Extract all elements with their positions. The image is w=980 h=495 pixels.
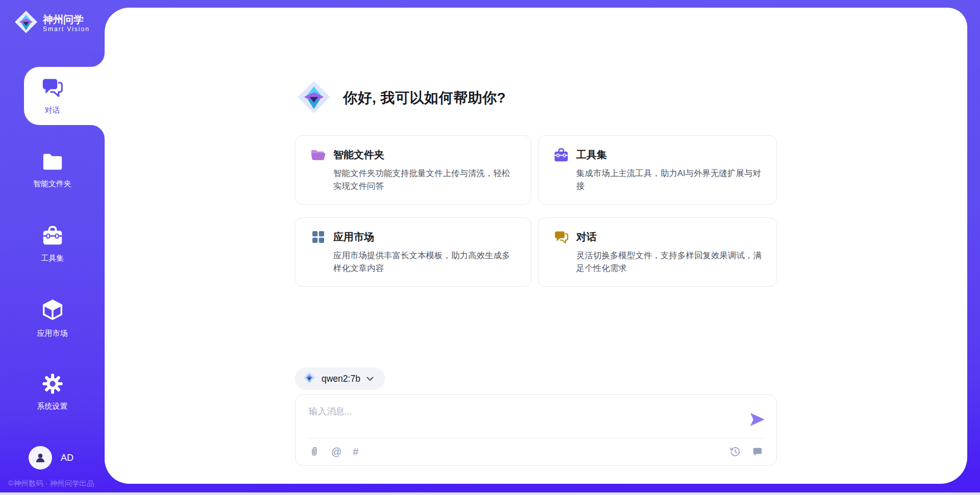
brand-subtitle: Smart Vision — [43, 26, 90, 33]
card-description: 应用市场提供丰富长文本模板，助力高效生成多样化文章内容 — [333, 249, 517, 275]
sidebar: 神州问学 Smart Vision — [0, 0, 105, 495]
copyright-footer: ©神州数码 · 神州问学出品 — [8, 479, 94, 488]
card-smart-folder[interactable]: 智能文件夹 智能文件夹功能支持批量文件上传与清洗，轻松实现文件问答 — [295, 135, 531, 205]
card-description: 智能文件夹功能支持批量文件上传与清洗，轻松实现文件问答 — [333, 167, 517, 192]
screen-bottom-edge — [0, 492, 980, 495]
brand-name: 神州问学 — [43, 14, 90, 26]
card-title: 应用市场 — [333, 230, 374, 244]
chat-icon — [41, 77, 64, 101]
sidebar-item-smart-folder[interactable]: 智能文件夹 — [0, 141, 105, 199]
sidebar-item-label: 工具集 — [41, 254, 64, 263]
card-chat[interactable]: 对话 灵活切换多模型文件，支持多样回复效果调试，满足个性化需求 — [538, 217, 777, 287]
sidebar-item-app-market[interactable]: 应用市场 — [0, 289, 105, 347]
concave-corner-bottom — [91, 125, 105, 139]
brand-logo: 神州问学 Smart Vision — [14, 10, 90, 36]
sidebar-item-toolbox[interactable]: 工具集 — [0, 215, 105, 273]
folder-open-icon — [310, 146, 327, 163]
sidebar-item-chat[interactable]: 对话 — [0, 67, 105, 125]
sidebar-item-label: 系统设置 — [37, 402, 68, 411]
sidebar-item-label: 应用市场 — [37, 329, 68, 338]
cube-icon — [41, 298, 64, 324]
main-panel: 你好, 我可以如何帮助你? 智能文件夹 智能文件夹功能支持批量文件上传与清洗，轻… — [105, 8, 967, 484]
card-title: 工具集 — [576, 148, 607, 162]
greeting-title: 你好, 我可以如何帮助你? — [343, 88, 506, 108]
feedback-bubble-icon[interactable] — [752, 446, 763, 457]
user-profile[interactable]: AD — [29, 446, 74, 469]
history-icon[interactable] — [729, 446, 741, 457]
send-icon[interactable] — [750, 412, 765, 429]
avatar — [29, 446, 52, 469]
sidebar-item-label: 智能文件夹 — [33, 179, 71, 189]
toolbox-icon — [41, 225, 64, 249]
card-title: 智能文件夹 — [333, 148, 384, 162]
chat-icon — [553, 229, 570, 245]
attach-icon[interactable] — [309, 446, 320, 457]
folder-icon — [41, 152, 64, 174]
greeting-block: 你好, 我可以如何帮助你? — [297, 80, 777, 116]
concave-corner-top — [91, 53, 105, 67]
person-icon — [34, 451, 47, 464]
sidebar-item-label: 对话 — [45, 106, 60, 115]
feature-cards: 智能文件夹 智能文件夹功能支持批量文件上传与清洗，轻松实现文件问答 — [295, 135, 777, 287]
gear-icon — [42, 373, 63, 397]
card-title: 对话 — [576, 230, 597, 244]
card-description: 灵活切换多模型文件，支持多样回复效果调试，满足个性化需求 — [576, 249, 762, 275]
model-name: qwen2:7b — [322, 374, 360, 384]
message-composer: @ # — [295, 394, 777, 466]
sidebar-nav: 对话 智能文件夹 — [0, 67, 105, 437]
card-description: 集成市场上主流工具，助力AI与外界无缝扩展与对接 — [576, 167, 762, 192]
model-diamond-icon — [303, 372, 315, 386]
mention-icon[interactable]: @ — [331, 447, 341, 457]
message-input[interactable] — [309, 405, 727, 435]
composer-toolbar: @ # — [309, 438, 763, 465]
model-selector[interactable]: qwen2:7b — [295, 367, 385, 390]
user-name: AD — [61, 453, 74, 463]
assistant-diamond-icon — [297, 80, 331, 116]
card-toolbox[interactable]: 工具集 集成市场上主流工具，助力AI与外界无缝扩展与对接 — [538, 135, 777, 205]
topic-icon[interactable]: # — [353, 447, 358, 457]
grid-icon — [310, 229, 327, 245]
brand-diamond-icon — [14, 10, 38, 36]
sidebar-item-settings[interactable]: 系统设置 — [0, 363, 105, 421]
toolbox-icon — [553, 146, 570, 163]
card-app-market[interactable]: 应用市场 应用市场提供丰富长文本模板，助力高效生成多样化文章内容 — [295, 217, 531, 287]
chevron-down-icon — [366, 374, 374, 383]
